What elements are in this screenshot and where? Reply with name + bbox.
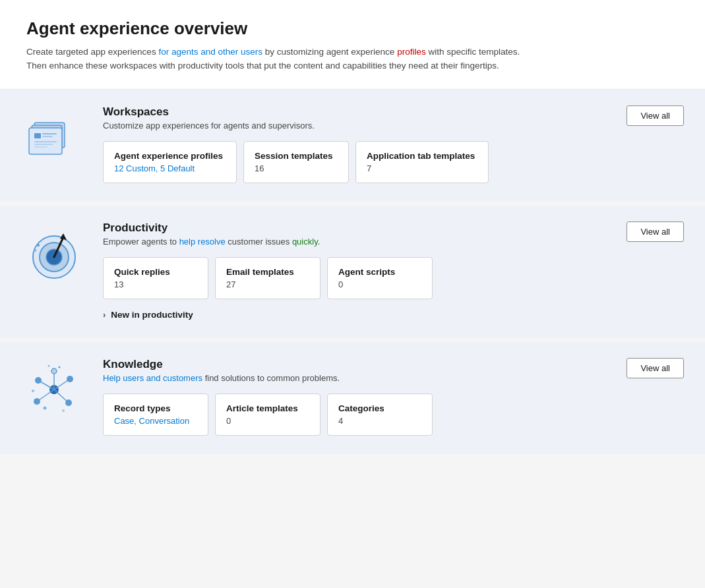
page-container: Agent experience overview Create targete… [0, 0, 705, 454]
session-templates-tile[interactable]: Session templates 16 [243, 141, 349, 183]
email-templates-label: Email templates [226, 267, 307, 277]
agent-experience-profiles-value: 12 Custom, 5 Default [114, 163, 223, 173]
knowledge-title-group: Knowledge Help users and customers find … [103, 358, 340, 383]
svg-rect-3 [34, 133, 41, 138]
productivity-section: Productivity Empower agents to help reso… [0, 202, 705, 338]
productivity-title-group: Productivity Empower agents to help reso… [103, 221, 320, 247]
svg-point-16 [40, 241, 42, 242]
session-templates-label: Session templates [255, 151, 335, 161]
workspaces-subtitle: Customize app experiences for agents and… [103, 121, 315, 131]
workspaces-inner: Workspaces Customize app experiences for… [0, 90, 705, 202]
workspaces-view-all-button[interactable]: View all [627, 105, 684, 126]
svg-rect-7 [34, 144, 53, 145]
agent-scripts-tile[interactable]: Agent scripts 0 [327, 257, 433, 299]
page-description: Create targeted app experiences for agen… [26, 45, 528, 73]
productivity-header-row: Productivity Empower agents to help reso… [103, 221, 684, 247]
application-tab-templates-value: 7 [367, 163, 475, 173]
knowledge-inner: Knowledge Help users and customers find … [0, 342, 705, 454]
svg-point-15 [35, 249, 37, 251]
productivity-tiles: Quick replies 13 Email templates 27 Agen… [103, 257, 684, 299]
svg-point-32 [48, 365, 50, 367]
workspaces-title: Workspaces [103, 105, 315, 119]
knowledge-icon [21, 358, 87, 419]
new-in-productivity-row[interactable]: › New in productivity [103, 310, 684, 320]
productivity-icon [21, 221, 87, 282]
chevron-right-icon: › [103, 310, 106, 320]
knowledge-subtitle: Help users and customers find solutions … [103, 373, 340, 383]
svg-line-24 [54, 379, 70, 390]
productivity-view-all-button[interactable]: View all [627, 221, 684, 242]
email-templates-value: 27 [226, 279, 307, 289]
header-section: Agent experience overview Create targete… [0, 0, 705, 90]
svg-point-22 [51, 368, 57, 374]
categories-value: 4 [338, 416, 419, 426]
categories-tile[interactable]: Categories 4 [327, 394, 433, 436]
knowledge-section: Knowledge Help users and customers find … [0, 338, 705, 454]
svg-rect-8 [34, 146, 47, 148]
application-tab-templates-label: Application tab templates [367, 151, 475, 161]
svg-point-30 [32, 390, 34, 392]
help-resolve-link[interactable]: help resolve [179, 237, 226, 247]
svg-line-25 [37, 390, 54, 401]
workspaces-title-group: Workspaces Customize app experiences for… [103, 105, 315, 131]
article-templates-label: Article templates [226, 403, 307, 413]
page-title: Agent experience overview [26, 18, 679, 39]
quick-replies-label: Quick replies [114, 267, 195, 277]
workspaces-header-row: Workspaces Customize app experiences for… [103, 105, 684, 131]
svg-line-23 [38, 380, 54, 390]
knowledge-title: Knowledge [103, 358, 340, 371]
svg-point-28 [44, 406, 47, 409]
workspaces-section: Workspaces Customize app experiences for… [0, 90, 705, 202]
agent-scripts-label: Agent scripts [338, 267, 419, 277]
svg-line-26 [54, 390, 69, 403]
article-templates-tile[interactable]: Article templates 0 [215, 394, 321, 436]
knowledge-header-row: Knowledge Help users and customers find … [103, 358, 684, 383]
svg-rect-4 [42, 133, 57, 134]
knowledge-view-all-button[interactable]: View all [627, 358, 684, 378]
agent-scripts-value: 0 [338, 279, 419, 289]
svg-rect-5 [42, 136, 53, 137]
knowledge-tiles: Record types Case, Conversation Article … [103, 394, 684, 436]
agent-experience-profiles-tile[interactable]: Agent experience profiles 12 Custom, 5 D… [103, 141, 237, 183]
svg-rect-6 [34, 141, 57, 142]
knowledge-content: Knowledge Help users and customers find … [103, 358, 684, 436]
new-in-productivity-label: New in productivity [111, 310, 193, 320]
profiles-link[interactable]: profiles [397, 47, 426, 57]
article-templates-value: 0 [226, 416, 307, 426]
svg-point-14 [37, 244, 40, 247]
quick-replies-value: 13 [114, 279, 195, 289]
productivity-subtitle: Empower agents to help resolve customer … [103, 237, 320, 247]
help-users-link[interactable]: Help users and customers [103, 373, 202, 383]
productivity-content: Productivity Empower agents to help reso… [103, 221, 684, 320]
svg-point-29 [62, 409, 65, 412]
session-templates-value: 16 [255, 163, 335, 173]
for-agents-link[interactable]: for agents and other users [158, 47, 262, 57]
workspaces-tiles: Agent experience profiles 12 Custom, 5 D… [103, 141, 684, 183]
workspaces-content: Workspaces Customize app experiences for… [103, 105, 684, 183]
agent-experience-profiles-label: Agent experience profiles [114, 151, 223, 161]
productivity-inner: Productivity Empower agents to help reso… [0, 206, 705, 338]
svg-point-31 [59, 366, 61, 368]
email-templates-tile[interactable]: Email templates 27 [215, 257, 321, 299]
workspaces-icon [21, 105, 87, 166]
categories-label: Categories [338, 403, 419, 413]
productivity-title: Productivity [103, 221, 320, 235]
quick-replies-tile[interactable]: Quick replies 13 [103, 257, 208, 299]
application-tab-templates-tile[interactable]: Application tab templates 7 [355, 141, 489, 183]
record-types-tile[interactable]: Record types Case, Conversation [103, 394, 208, 436]
record-types-value: Case, Conversation [114, 416, 195, 426]
quickly-link[interactable]: quickly [292, 237, 318, 247]
record-types-label: Record types [114, 403, 195, 413]
